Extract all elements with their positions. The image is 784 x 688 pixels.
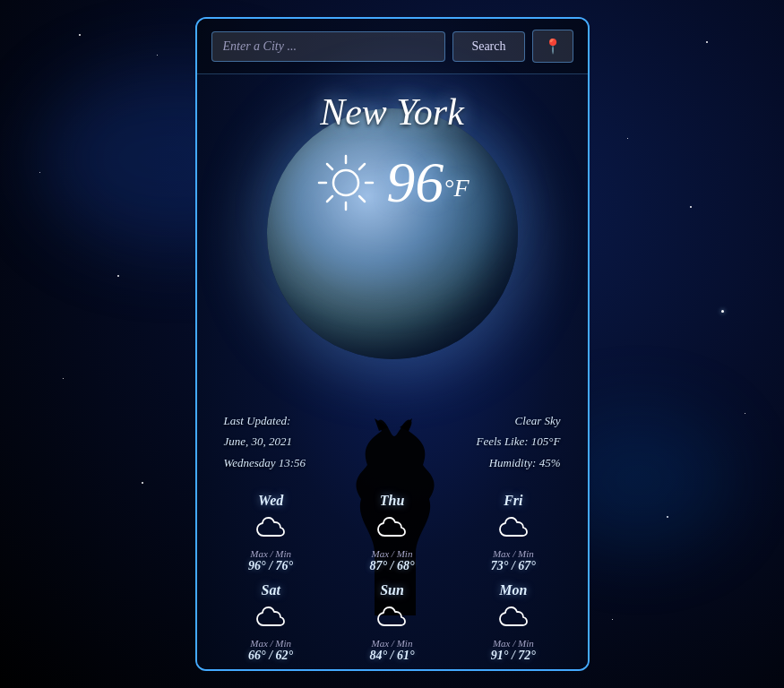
forecast-row-1: Wed Max / Min 96° / 76° Thu Max / Min 87… [215, 493, 570, 573]
svg-line-8 [327, 196, 332, 202]
svg-line-5 [327, 164, 332, 169]
svg-line-7 [359, 164, 365, 169]
forecast-label: Max / Min [250, 638, 291, 649]
forecast-label: Max / Min [250, 548, 291, 559]
temperature-value: 96 [386, 150, 444, 214]
datetime-value: Wednesday 13:56 [224, 452, 306, 473]
svg-point-0 [333, 170, 358, 195]
card-content: Search 📍 New York 96°F [197, 19, 588, 669]
feels-like-label: Feels Like: [476, 434, 528, 448]
detail-right: Clear Sky Feels Like: 105°F Humidity: 45… [476, 410, 560, 473]
forecast-label: Max / Min [493, 638, 534, 649]
forecast-item-wed: Wed Max / Min 96° / 76° [215, 493, 327, 573]
forecast-temps: 84° / 61° [369, 649, 414, 663]
condition-value: Clear Sky [476, 410, 560, 431]
forecast-item-fri: Fri Max / Min 73° / 67° [457, 493, 569, 573]
forecast-day: Thu [380, 493, 405, 509]
feels-like-value: 105°F [531, 434, 561, 448]
detail-left: Last Updated: June, 30, 2021 Wednesday 1… [224, 410, 306, 473]
forecast-label: Max / Min [372, 548, 413, 559]
location-pin-icon: 📍 [544, 38, 562, 55]
date-value: June, 30, 2021 [224, 431, 306, 452]
search-bar: Search 📍 [197, 19, 588, 74]
forecast-item-sat: Sat Max / Min 66° / 62° [215, 582, 327, 663]
forecast-day: Mon [499, 582, 527, 598]
temperature-display: 96°F [386, 150, 469, 216]
forecast-day: Wed [258, 493, 283, 509]
forecast-item-sun: Sun Max / Min 84° / 61° [336, 582, 448, 663]
forecast-temps: 96° / 76° [248, 559, 293, 573]
feels-like-display: Feels Like: 105°F [476, 431, 560, 452]
current-weather-display: 96°F [197, 141, 588, 225]
city-input[interactable] [211, 31, 446, 62]
forecast-label: Max / Min [372, 638, 413, 649]
forecast-item-thu: Thu Max / Min 87° / 68° [336, 493, 448, 573]
weather-card: Search 📍 New York 96°F [195, 17, 590, 671]
temperature-unit: °F [444, 174, 469, 202]
forecast-temps: 87° / 68° [369, 559, 414, 573]
city-name: New York [197, 74, 588, 141]
svg-line-6 [359, 196, 365, 202]
last-updated-label: Last Updated: [224, 410, 306, 431]
forecast-row-2: Sat Max / Min 66° / 62° Sun Max / Min 84… [215, 582, 570, 663]
forecast-day: Fri [504, 493, 522, 509]
forecast-section: Wed Max / Min 96° / 76° Thu Max / Min 87… [197, 484, 588, 671]
search-button[interactable]: Search [452, 31, 524, 62]
forecast-temps: 66° / 62° [248, 649, 293, 663]
forecast-day: Sun [380, 582, 404, 598]
forecast-day: Sat [261, 582, 280, 598]
humidity-label: Humidity: [489, 456, 537, 469]
forecast-temps: 91° / 72° [491, 649, 536, 663]
forecast-label: Max / Min [493, 548, 534, 559]
sun-icon [314, 151, 377, 214]
forecast-item-mon: Mon Max / Min 91° / 72° [457, 582, 569, 663]
forecast-temps: 73° / 67° [491, 559, 536, 573]
location-button[interactable]: 📍 [532, 30, 573, 63]
humidity-value: 45% [539, 456, 561, 469]
weather-details: Last Updated: June, 30, 2021 Wednesday 1… [197, 400, 588, 484]
humidity-display: Humidity: 45% [476, 452, 560, 473]
